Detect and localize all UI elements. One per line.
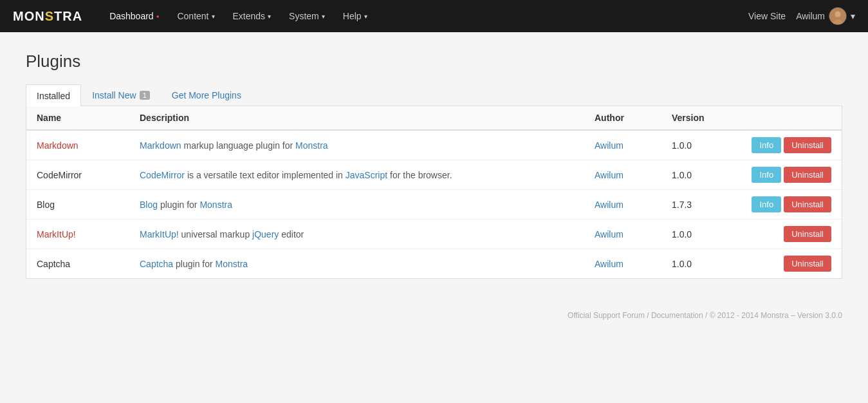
uninstall-button[interactable]: Uninstall: [784, 137, 831, 153]
author-link[interactable]: Awilum: [595, 259, 623, 269]
plugin-name: Blog: [37, 200, 55, 210]
nav-label-system: System: [289, 11, 319, 21]
install-new-badge: 1: [140, 91, 150, 100]
nav-label-dashboard: Dashboard: [109, 11, 154, 21]
table-row: CodeMirrorCodeMirror is a versatile text…: [26, 160, 842, 190]
plugin-author-cell: Awilum: [584, 220, 661, 249]
plugin-actions-cell: Uninstall: [726, 249, 842, 279]
plugin-author-cell: Awilum: [584, 249, 661, 279]
page-title: Plugins: [26, 52, 842, 71]
plugin-actions-cell: InfoUninstall: [726, 160, 842, 190]
tab-installed[interactable]: Installed: [26, 84, 81, 106]
nav-label-extends: Extends: [233, 11, 266, 21]
info-button[interactable]: Info: [752, 167, 781, 183]
plugin-description: Captcha plugin for Monstra: [140, 259, 248, 269]
plugin-version: 1.7.3: [672, 200, 692, 210]
table-row: CaptchaCaptcha plugin for MonstraAwilum1…: [26, 249, 842, 279]
col-header-version: Version: [661, 106, 726, 130]
plugin-name: Markdown: [37, 140, 78, 151]
author-link[interactable]: Awilum: [595, 200, 623, 210]
help-dropdown-icon: ▾: [364, 13, 367, 20]
table-header-row: Name Description Author Version: [26, 106, 842, 130]
user-name: Awilum: [796, 11, 825, 21]
uninstall-button[interactable]: Uninstall: [784, 196, 831, 212]
plugin-description: Markdown markup language plugin for Mons…: [140, 140, 328, 151]
author-link[interactable]: Awilum: [595, 170, 623, 180]
desc-highlight2: JavaScript: [346, 170, 387, 180]
view-site-link[interactable]: View Site: [748, 11, 786, 21]
uninstall-button[interactable]: Uninstall: [784, 256, 831, 272]
plugin-description: Blog plugin for Monstra: [140, 200, 232, 210]
desc-highlight2: jQuery: [252, 229, 279, 239]
plugin-name: Captcha: [37, 259, 70, 269]
uninstall-button[interactable]: Uninstall: [784, 226, 831, 242]
footer-docs-link[interactable]: Documentation: [651, 311, 703, 320]
tab-install-new[interactable]: Install New 1: [81, 84, 161, 106]
plugin-actions-cell: InfoUninstall: [726, 190, 842, 220]
desc-highlight2: Monstra: [199, 200, 232, 210]
plugin-actions-cell: InfoUninstall: [726, 130, 842, 160]
footer-sep2: /: [705, 311, 710, 320]
author-link[interactable]: Awilum: [595, 229, 623, 239]
footer-copyright: © 2012 - 2014 Monstra – Version 3.0.0: [710, 311, 842, 320]
brand[interactable]: MONSTRA: [13, 9, 82, 24]
author-link[interactable]: Awilum: [595, 140, 623, 151]
avatar-image: [829, 8, 846, 24]
desc-highlight: Blog: [140, 200, 158, 210]
plugin-description: CodeMirror is a versatile text editor im…: [140, 170, 452, 180]
nav-label-help: Help: [343, 11, 362, 21]
tab-get-more-label: Get More Plugins: [172, 90, 241, 100]
plugins-table-container: Name Description Author Version Markdown…: [26, 106, 842, 279]
plugin-name-cell: Markdown: [26, 130, 129, 160]
plugin-name: CodeMirror: [37, 170, 82, 180]
col-header-actions: [726, 106, 842, 130]
col-header-description: Description: [129, 106, 584, 130]
plugin-actions-cell: Uninstall: [726, 220, 842, 249]
user-section[interactable]: Awilum ▾: [796, 7, 855, 25]
desc-highlight2: Monstra: [295, 140, 328, 151]
footer-sep1: /: [647, 311, 651, 320]
plugin-version: 1.0.0: [672, 229, 692, 239]
plugin-author-cell: Awilum: [584, 130, 661, 160]
desc-highlight2: Monstra: [216, 259, 248, 269]
plugin-version-cell: 1.0.0: [661, 130, 726, 160]
table-row: MarkdownMarkdown markup language plugin …: [26, 130, 842, 160]
plugins-table: Name Description Author Version Markdown…: [26, 106, 842, 278]
content-dropdown-icon: ▾: [212, 13, 215, 20]
plugin-version: 1.0.0: [672, 170, 692, 180]
nav-item-extends[interactable]: Extends ▾: [225, 7, 279, 25]
nav-menu: Dashboard● Content ▾ Extends ▾ System ▾ …: [102, 7, 748, 25]
plugin-author-cell: Awilum: [584, 190, 661, 220]
navbar: MONSTRA Dashboard● Content ▾ Extends ▾ S…: [0, 0, 868, 32]
nav-item-system[interactable]: System ▾: [281, 7, 333, 25]
plugin-name-cell: MarkItUp!: [26, 220, 129, 249]
info-button[interactable]: Info: [752, 137, 781, 153]
plugin-description-cell: Blog plugin for Monstra: [129, 190, 584, 220]
plugin-version: 1.0.0: [672, 259, 692, 269]
footer-support-link[interactable]: Official Support Forum: [568, 311, 645, 320]
col-header-author: Author: [584, 106, 661, 130]
nav-item-help[interactable]: Help ▾: [335, 7, 375, 25]
uninstall-button[interactable]: Uninstall: [784, 167, 831, 183]
tab-get-more[interactable]: Get More Plugins: [161, 84, 252, 106]
col-header-name: Name: [26, 106, 129, 130]
plugin-version-cell: 1.7.3: [661, 190, 726, 220]
tabs: Installed Install New 1 Get More Plugins: [26, 84, 842, 106]
plugin-description-cell: Markdown markup language plugin for Mons…: [129, 130, 584, 160]
plugin-name-cell: CodeMirror: [26, 160, 129, 190]
tab-installed-label: Installed: [37, 91, 70, 101]
table-row: MarkItUp!MarkItUp! universal markup jQue…: [26, 220, 842, 249]
plugin-name-cell: Blog: [26, 190, 129, 220]
plugin-version-cell: 1.0.0: [661, 220, 726, 249]
desc-highlight: Markdown: [140, 140, 181, 151]
plugin-version-cell: 1.0.0: [661, 249, 726, 279]
nav-item-dashboard[interactable]: Dashboard●: [102, 7, 167, 25]
plugin-description-cell: Captcha plugin for Monstra: [129, 249, 584, 279]
nav-right: View Site Awilum ▾: [748, 7, 855, 25]
user-dropdown-icon: ▾: [851, 11, 855, 21]
nav-item-content[interactable]: Content ▾: [169, 7, 222, 25]
plugin-version: 1.0.0: [672, 140, 692, 151]
plugin-author-cell: Awilum: [584, 160, 661, 190]
info-button[interactable]: Info: [752, 196, 781, 212]
plugin-version-cell: 1.0.0: [661, 160, 726, 190]
